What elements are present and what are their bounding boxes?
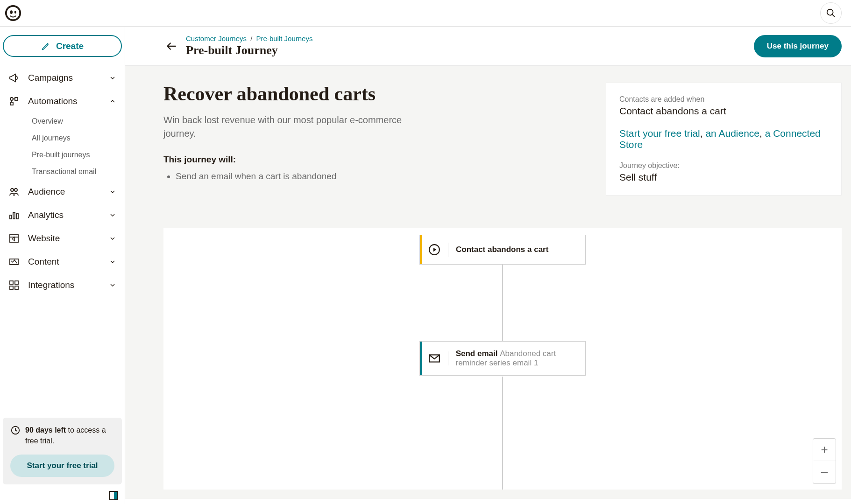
zoom-out-button[interactable]: − [813,461,836,483]
svg-point-10 [14,189,17,191]
nav-label: Analytics [28,210,64,220]
nav-label: Campaigns [28,73,73,83]
megaphone-icon [8,72,20,84]
nav-campaigns[interactable]: Campaigns [4,66,121,90]
nav-integrations[interactable]: Integrations [4,273,121,297]
search-icon [826,8,836,18]
nav-label: Audience [28,187,65,197]
svg-rect-17 [10,281,13,284]
journey-will-heading: This journey will: [163,154,416,165]
breadcrumb-customer-journeys[interactable]: Customer Journeys [186,35,247,42]
start-free-trial-button[interactable]: Start your free trial [10,455,114,477]
clock-icon [10,425,21,435]
nav-audience[interactable]: Audience [4,180,121,203]
nav-automations[interactable]: Automations [4,90,121,113]
create-button[interactable]: Create [3,35,122,57]
svg-rect-19 [10,286,13,289]
pencil-icon [41,42,50,51]
nav-label: Integrations [28,280,74,290]
svg-rect-20 [15,286,18,289]
trial-text: 90 days left to access a free trial. [25,425,114,446]
svg-line-5 [832,14,835,17]
objective-label: Journey objective: [619,161,828,170]
trial-box: 90 days left to access a free trial. Sta… [3,418,122,484]
breadcrumbs: Customer Journeys / Pre-built Journeys [186,35,312,42]
chevron-up-icon [109,98,116,105]
svg-rect-11 [10,215,12,219]
contacts-added-value: Contact abandons a cart [619,105,828,117]
svg-point-9 [11,189,14,191]
envelope-icon [428,352,440,364]
chevron-down-icon [109,211,116,219]
chevron-down-icon [109,235,116,242]
connector-line [502,377,503,490]
nav-label: Content [28,257,59,267]
nav-content[interactable]: Content [4,250,121,273]
svg-point-3 [14,11,16,14]
page-header: Customer Journeys / Pre-built Journeys P… [125,27,851,66]
nav-sub-overview[interactable]: Overview [27,113,121,130]
svg-rect-14 [10,235,18,242]
objective-value: Sell stuff [619,172,828,183]
bar-chart-icon [8,210,20,221]
journey-subtitle: Win back lost revenue with our most popu… [163,113,416,140]
use-this-journey-button[interactable]: Use this journey [754,35,842,57]
nav-analytics[interactable]: Analytics [4,203,121,227]
connector-line [502,263,503,341]
svg-point-6 [10,98,13,100]
audience-icon [8,186,20,197]
sidebar: Create Campaigns Automations Overview Al… [0,27,125,504]
svg-rect-8 [10,102,13,105]
nav-sub-prebuilt-journeys[interactable]: Pre-built journeys [27,147,121,163]
link-start-free-trial[interactable]: Start your free trial [619,128,700,139]
arrow-left-icon [165,40,177,52]
zoom-in-button[interactable]: + [813,439,836,461]
journey-canvas[interactable]: Contact abandons a cart Send email Aband… [163,228,842,490]
link-an-audience[interactable]: an Audience [705,128,759,139]
nav-website[interactable]: Website [4,227,121,250]
svg-rect-7 [15,98,18,100]
search-button[interactable] [820,2,842,24]
journey-node-action[interactable]: Send email Abandoned cart reminder serie… [419,341,586,376]
svg-rect-18 [15,281,18,284]
mailchimp-logo[interactable] [4,4,22,22]
page-title: Pre-built Journey [186,43,312,57]
grid-icon [8,280,20,291]
back-button[interactable] [164,39,178,53]
chevron-down-icon [109,74,116,82]
requirements-links: Start your free trial, an Audience, a Co… [619,128,828,150]
journey-title: Recover abandoned carts [163,83,416,105]
nav-label: Website [28,233,60,244]
play-circle-icon [428,244,440,256]
contacts-added-label: Contacts are added when [619,95,828,104]
journey-node-trigger[interactable]: Contact abandons a cart [419,235,586,265]
node-text: Send email Abandoned cart reminder serie… [456,349,577,368]
chevron-down-icon [109,188,116,196]
collapse-sidebar-icon[interactable] [109,491,118,500]
journey-info-card: Contacts are added when Contact abandons… [606,83,842,196]
svg-point-2 [10,10,13,14]
chevron-down-icon [109,281,116,289]
nav-sub-transactional-email[interactable]: Transactional email [27,163,121,180]
svg-point-4 [827,9,833,15]
journey-will-item: Send an email when a cart is abandoned [176,171,416,182]
svg-rect-16 [10,259,18,265]
svg-rect-13 [16,214,18,219]
content-icon [8,256,20,267]
breadcrumb-prebuilt-journeys[interactable]: Pre-built Journeys [256,35,313,42]
zoom-controls: + − [813,438,836,484]
svg-rect-12 [13,212,15,219]
website-icon [8,233,20,244]
chevron-down-icon [109,258,116,266]
nav-sub-all-journeys[interactable]: All journeys [27,130,121,147]
automations-icon [8,96,20,107]
node-title: Contact abandons a cart [456,245,548,254]
nav-label: Automations [28,96,78,106]
create-label: Create [56,41,84,51]
